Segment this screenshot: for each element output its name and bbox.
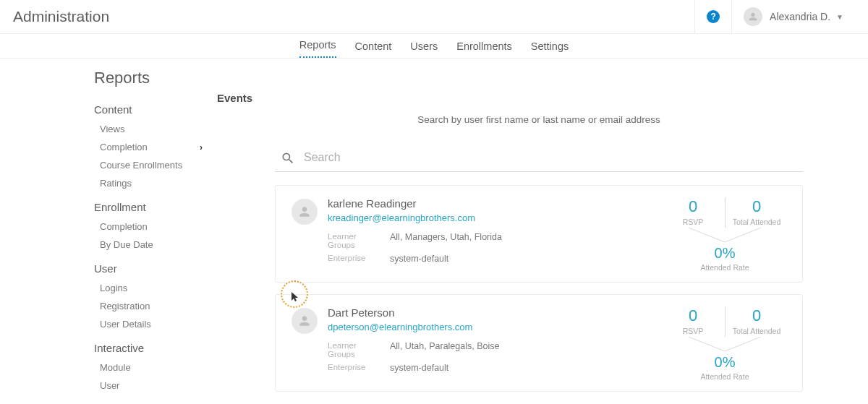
stat-value: 0% <box>663 354 786 371</box>
sidebar-item-label: Registration <box>100 301 150 311</box>
result-card[interactable]: karlene Readinger kreadinger@elearningbr… <box>275 185 803 283</box>
avatar-icon <box>744 7 762 26</box>
divider <box>725 306 726 337</box>
meta-label-groups: Learner Groups <box>328 341 386 358</box>
sidebar-item-label: Ratings <box>100 178 132 189</box>
stat-rsvp: 0 RSVP <box>668 306 718 337</box>
stat-label: Total Attended <box>731 218 782 226</box>
stat-attended-rate: 0% Attended Rate <box>663 245 786 272</box>
help-button[interactable]: ? <box>694 0 731 33</box>
sidebar-item-label: Logins <box>100 283 127 293</box>
sidebar-group-interactive: Interactive Module User <box>94 342 203 395</box>
search-wrap <box>275 147 803 172</box>
sidebar-group-content: Content Views Completion › Course Enroll… <box>94 103 203 192</box>
meta-label-enterprise: Enterprise <box>328 254 386 264</box>
sidebar-item-label: User <box>100 380 119 391</box>
tab-settings[interactable]: Settings <box>531 40 569 58</box>
card-left: Dart Peterson dpeterson@elearningbrother… <box>292 306 663 381</box>
sidebar-item-label: By Due Date <box>100 239 153 250</box>
meta-val-groups: All, Managers, Utah, Florida <box>390 232 502 249</box>
meta-label-enterprise: Enterprise <box>328 363 386 373</box>
content-area: Events Search by user first name or last… <box>217 69 868 404</box>
user-menu[interactable]: Alexandria D. ▼ <box>731 0 855 33</box>
meta-val-enterprise: system-default <box>390 254 502 264</box>
sidebar-item-logins[interactable]: Logins <box>94 279 203 297</box>
person-name: karlene Readinger <box>328 197 502 210</box>
sidebar-item-course-enrollments[interactable]: Course Enrollments <box>94 156 203 174</box>
stat-total-attended: 0 Total Attended <box>731 306 782 337</box>
topbar: Administration ? Alexandria D. ▼ <box>0 0 868 34</box>
person-name: Dart Peterson <box>328 306 499 319</box>
chevron-right-icon: › <box>200 142 203 152</box>
avatar-icon <box>292 199 318 225</box>
sidebar-item-by-due-date[interactable]: By Due Date <box>94 236 203 254</box>
tab-users[interactable]: Users <box>410 40 438 58</box>
stat-label: Attended Rate <box>663 263 786 272</box>
search-hint: Search by user first name or last name o… <box>217 114 803 125</box>
sidebar-item-registration[interactable]: Registration <box>94 297 203 315</box>
chevron-down-icon: ▼ <box>836 13 843 21</box>
tab-enrollments[interactable]: Enrollments <box>456 40 512 58</box>
sidebar-item-label: Module <box>100 362 131 373</box>
help-icon: ? <box>707 10 720 23</box>
stat-label: Total Attended <box>731 327 782 335</box>
sidebar-group-title[interactable]: Content <box>94 103 203 116</box>
stat-value: 0 <box>731 197 782 216</box>
card-info: karlene Readinger kreadinger@elearningbr… <box>328 197 502 272</box>
sidebar-item-ratings[interactable]: Ratings <box>94 174 203 192</box>
stat-value: 0 <box>731 306 782 325</box>
sidebar-group-enrollment: Enrollment Completion By Due Date <box>94 201 203 254</box>
person-email[interactable]: kreadinger@elearningbrothers.com <box>328 212 502 223</box>
stat-rsvp: 0 RSVP <box>668 197 718 228</box>
stat-total-attended: 0 Total Attended <box>731 197 782 228</box>
results-list: karlene Readinger kreadinger@elearningbr… <box>275 185 803 392</box>
sidebar-group-title[interactable]: User <box>94 262 203 275</box>
sidebar-item-iuser[interactable]: User <box>94 377 203 395</box>
stats-connector <box>663 337 786 354</box>
divider <box>725 197 726 228</box>
stat-value: 0% <box>663 245 786 262</box>
main-tabs: Reports Content Users Enrollments Settin… <box>0 34 868 59</box>
stat-label: RSVP <box>668 327 718 335</box>
sidebar-item-views[interactable]: Views <box>94 120 203 138</box>
stats-connector <box>663 228 786 245</box>
sidebar-item-label: Completion <box>100 142 148 152</box>
meta-table: Learner Groups All, Utah, Paralegals, Bo… <box>328 341 499 373</box>
person-email[interactable]: dpeterson@elearningbrothers.com <box>328 322 499 332</box>
avatar-icon <box>292 308 318 334</box>
sidebar-item-completion[interactable]: Completion › <box>94 138 203 156</box>
search-icon <box>281 151 295 168</box>
sidebar-item-label: Course Enrollments <box>100 160 182 171</box>
page-title: Administration <box>13 8 694 25</box>
meta-val-enterprise: system-default <box>390 363 499 373</box>
stat-attended-rate: 0% Attended Rate <box>663 354 786 381</box>
stat-value: 0 <box>668 197 718 216</box>
search-input[interactable] <box>275 147 803 172</box>
sidebar: Reports Content Views Completion › Cours… <box>0 69 217 404</box>
tab-reports[interactable]: Reports <box>299 39 336 58</box>
sidebar-group-title[interactable]: Interactive <box>94 342 203 354</box>
sidebar-group-user: User Logins Registration User Details <box>94 262 203 333</box>
card-stats: 0 RSVP 0 Total Attended 0% <box>663 197 786 272</box>
card-stats: 0 RSVP 0 Total Attended 0% <box>663 306 786 381</box>
sidebar-group-title[interactable]: Enrollment <box>94 201 203 213</box>
sidebar-item-label: User Details <box>100 319 151 330</box>
meta-table: Learner Groups All, Managers, Utah, Flor… <box>328 232 502 264</box>
topbar-right: ? Alexandria D. ▼ <box>694 0 855 33</box>
card-info: Dart Peterson dpeterson@elearningbrother… <box>328 306 499 381</box>
sidebar-item-user-details[interactable]: User Details <box>94 315 203 333</box>
sidebar-item-label: Completion <box>100 221 148 232</box>
user-name: Alexandria D. <box>770 11 830 22</box>
result-card[interactable]: Dart Peterson dpeterson@elearningbrother… <box>275 294 803 392</box>
sidebar-item-enroll-completion[interactable]: Completion <box>94 218 203 236</box>
sidebar-item-label: Views <box>100 124 124 134</box>
stat-value: 0 <box>668 306 718 325</box>
main: Reports Content Views Completion › Cours… <box>0 59 868 404</box>
stat-label: Attended Rate <box>663 372 786 381</box>
meta-val-groups: All, Utah, Paralegals, Boise <box>390 341 499 358</box>
sidebar-item-module[interactable]: Module <box>94 358 203 377</box>
meta-label-groups: Learner Groups <box>328 232 386 249</box>
stat-label: RSVP <box>668 218 718 226</box>
sidebar-title: Reports <box>94 69 203 87</box>
tab-content[interactable]: Content <box>355 40 392 58</box>
